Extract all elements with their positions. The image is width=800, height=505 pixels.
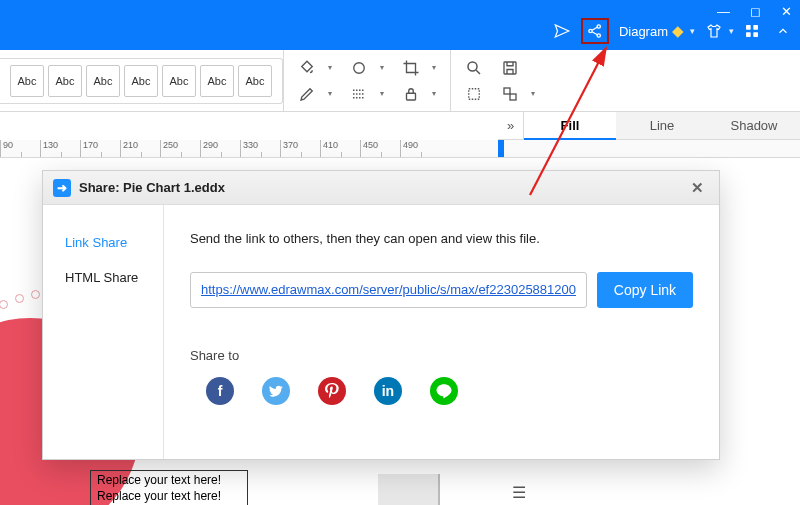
diagram-menu[interactable]: Diagram ◆ ▾ xyxy=(619,18,695,44)
diagram-label: Diagram xyxy=(619,24,668,39)
minimize-button[interactable]: — xyxy=(717,5,730,18)
tab-shadow[interactable]: Shadow xyxy=(708,112,800,140)
twitter-icon[interactable] xyxy=(262,377,290,405)
tab-fill[interactable]: Fill xyxy=(524,112,616,140)
svg-point-1 xyxy=(597,25,600,28)
titlebar: — ◻ ✕ Diagram ◆ ▾ ▾ xyxy=(0,0,800,50)
svg-rect-5 xyxy=(746,32,751,37)
sidebar-item-html-share[interactable]: HTML Share xyxy=(43,260,163,295)
text-style-preset-3[interactable]: Abc xyxy=(86,65,120,97)
fill-icon[interactable] xyxy=(298,59,316,77)
select-icon[interactable] xyxy=(465,85,483,103)
ruler: 90 130 170 210 250 290 330 370 410 450 4… xyxy=(0,140,800,158)
ribbon: Abc Abc Abc Abc Abc Abc Abc ▾ ▾ ▾ ▾ ▾ ▾ … xyxy=(0,50,800,112)
svg-point-2 xyxy=(597,34,600,37)
text-style-preset-4[interactable]: Abc xyxy=(124,65,158,97)
svg-rect-13 xyxy=(510,94,516,100)
align-icon[interactable]: ☰ xyxy=(512,483,526,502)
text-style-preset-1[interactable]: Abc xyxy=(10,65,44,97)
text-style-gallery[interactable]: Abc Abc Abc Abc Abc Abc Abc xyxy=(0,58,283,104)
svg-rect-12 xyxy=(504,88,510,94)
share-icon[interactable] xyxy=(581,18,609,44)
lock-icon[interactable] xyxy=(402,85,420,103)
maximize-button[interactable]: ◻ xyxy=(750,5,761,18)
dialog-main: Send the link to others, then they can o… xyxy=(164,205,719,459)
apps-icon[interactable] xyxy=(744,18,760,44)
app-logo-icon: ➜ xyxy=(53,179,71,197)
svg-point-7 xyxy=(354,62,365,73)
chevron-down-icon: ▾ xyxy=(729,26,734,36)
share-link-field[interactable]: https://www.edrawmax.com/server/public/s… xyxy=(190,272,587,308)
view-group: ▾ xyxy=(450,50,549,112)
arrange-icon[interactable] xyxy=(501,85,519,103)
text-style-preset-6[interactable]: Abc xyxy=(200,65,234,97)
send-icon[interactable] xyxy=(553,18,571,44)
dialog-sidebar: Link Share HTML Share xyxy=(43,205,164,459)
facebook-icon[interactable]: f xyxy=(206,377,234,405)
svg-point-0 xyxy=(589,29,592,32)
shape-rect[interactable] xyxy=(378,474,440,505)
linkedin-icon[interactable]: in xyxy=(374,377,402,405)
share-instruction: Send the link to others, then they can o… xyxy=(190,231,693,246)
dialog-titlebar: ➜ Share: Pie Chart 1.eddx ✕ xyxy=(43,171,719,205)
svg-rect-8 xyxy=(407,93,416,100)
svg-rect-6 xyxy=(753,32,758,37)
svg-rect-3 xyxy=(746,25,751,30)
svg-rect-11 xyxy=(469,88,480,99)
search-icon[interactable] xyxy=(465,59,483,77)
share-to-label: Share to xyxy=(190,348,693,363)
text-style-preset-2[interactable]: Abc xyxy=(48,65,82,97)
tab-line[interactable]: Line xyxy=(616,112,708,140)
svg-rect-4 xyxy=(753,25,758,30)
text-placeholder[interactable]: Replace your text here! Replace your tex… xyxy=(90,470,248,505)
save-icon[interactable] xyxy=(501,59,519,77)
ruler-handle[interactable] xyxy=(498,140,504,158)
close-button[interactable]: ✕ xyxy=(781,5,792,18)
window-controls: — ◻ ✕ xyxy=(717,0,792,18)
social-buttons: f in xyxy=(190,377,693,405)
text-style-preset-5[interactable]: Abc xyxy=(162,65,196,97)
text-style-preset-7[interactable]: Abc xyxy=(238,65,272,97)
shirt-menu[interactable]: ▾ xyxy=(705,18,734,44)
pen-icon[interactable] xyxy=(298,85,316,103)
dialog-close-button[interactable]: ✕ xyxy=(685,179,709,197)
shape-format-group: ▾ ▾ ▾ ▾ ▾ ▾ xyxy=(283,50,450,112)
collapse-panel-icon[interactable]: » xyxy=(498,112,524,140)
sidebar-item-link-share[interactable]: Link Share xyxy=(43,225,163,260)
diamond-icon: ◆ xyxy=(672,22,684,40)
shape-icon[interactable] xyxy=(350,59,368,77)
pinterest-icon[interactable] xyxy=(318,377,346,405)
line-style-icon[interactable] xyxy=(350,85,368,103)
svg-point-9 xyxy=(468,62,477,71)
dialog-title: Share: Pie Chart 1.eddx xyxy=(79,180,225,195)
chevron-down-icon: ▾ xyxy=(690,26,695,36)
share-dialog: ➜ Share: Pie Chart 1.eddx ✕ Link Share H… xyxy=(42,170,720,460)
collapse-ribbon-icon[interactable] xyxy=(776,18,790,44)
svg-rect-10 xyxy=(504,62,516,74)
crop-icon[interactable] xyxy=(402,59,420,77)
property-tabs: » Fill Line Shadow xyxy=(0,112,800,140)
line-icon[interactable] xyxy=(430,377,458,405)
copy-link-button[interactable]: Copy Link xyxy=(597,272,693,308)
